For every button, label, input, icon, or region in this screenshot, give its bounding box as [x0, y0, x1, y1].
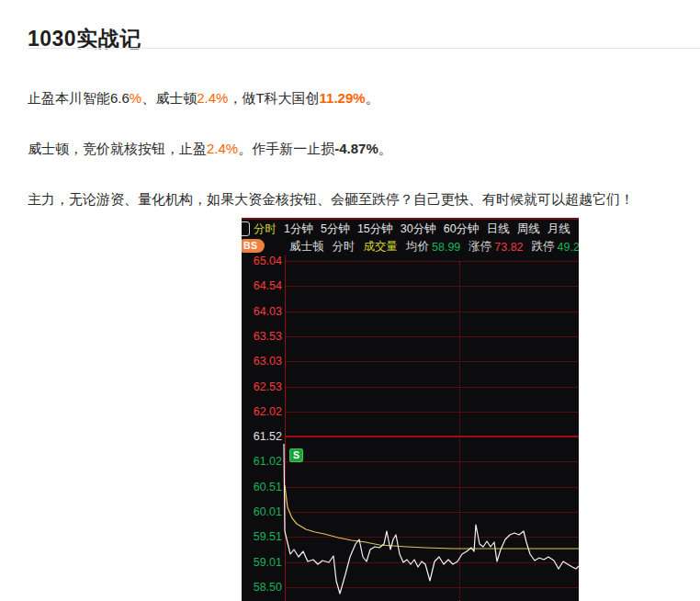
stock-chart-panel: 分时1分钟5分钟15分钟30分钟60分钟日线周线月线 BS 威士顿 分时 成交量…: [242, 218, 579, 601]
y-axis-label: 61.02: [242, 454, 282, 469]
y-axis-label: 63.53: [242, 329, 282, 344]
y-axis-label: 62.02: [242, 404, 282, 419]
text-run: ，做T科大国创: [228, 90, 319, 106]
sell-marker-badge: S: [289, 448, 303, 462]
y-axis-label: 65.04: [242, 254, 282, 268]
title-divider: [28, 48, 700, 49]
text-run: -4.87%: [334, 141, 378, 156]
text-run: 2.4%: [197, 90, 228, 106]
y-axis-label: 62.53: [242, 380, 282, 394]
text-run: 主力，无论游资、量化机构，如果大资金核按钮、会砸至跌停？自己更快、有时候就可以超…: [28, 191, 634, 207]
text-run: 2.4%: [207, 141, 238, 156]
text-run: %: [130, 90, 141, 106]
text-run: 、威士顿: [141, 90, 197, 106]
text-run: 止盈本川智能6.6: [28, 90, 130, 106]
intraday-plot-area[interactable]: S 65.0464.5464.0363.5363.0362.5362.0261.…: [242, 218, 579, 601]
text-run: 。: [378, 141, 392, 156]
text-run: 威士顿，竞价就核按钮，止盈: [28, 141, 207, 156]
text-run: 11.29%: [320, 90, 366, 106]
y-axis-label: 60.51: [242, 480, 282, 494]
price-line: [284, 444, 579, 594]
price-lines-svg: [242, 218, 579, 601]
paragraph: 止盈本川智能6.6%、威士顿2.4%，做T科大国创11.29%。: [28, 89, 682, 107]
average-price-line: [285, 485, 579, 549]
text-run: 。: [366, 90, 379, 106]
y-axis-label: 59.51: [242, 529, 282, 544]
y-axis-label: 64.54: [242, 278, 282, 293]
y-axis-label: 63.03: [242, 354, 282, 369]
y-axis-label: 64.03: [242, 304, 282, 319]
paragraph: 主力，无论游资、量化机构，如果大资金核按钮、会砸至跌停？自己更快、有时候就可以超…: [28, 190, 682, 208]
y-axis-label: 60.01: [242, 505, 282, 519]
y-axis-label: 59.01: [242, 555, 282, 570]
y-axis-label: 61.52: [242, 429, 282, 444]
paragraph: 威士顿，竞价就核按钮，止盈2.4%。作手新一止损-4.87%。: [28, 140, 682, 157]
page-title: 1030实战记: [28, 25, 141, 53]
text-run: 。作手新一止损: [238, 141, 334, 156]
y-axis-label: 58.50: [242, 580, 282, 595]
